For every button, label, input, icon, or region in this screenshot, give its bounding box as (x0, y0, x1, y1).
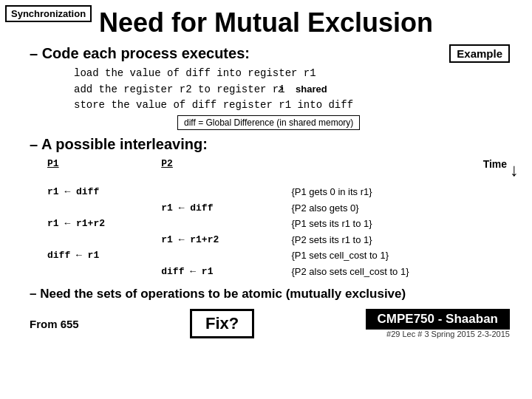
comment-cell: {P1 sets its r1 to 1} (289, 216, 476, 232)
time-arrow-icon: ↓ (510, 157, 522, 183)
p1-cell (44, 200, 158, 216)
p2-cell (158, 216, 288, 232)
code-line-2: add the register r2 to register r1 share… (74, 82, 510, 98)
code-block: load the value of diff into register r1 … (74, 66, 510, 114)
comment-header (289, 156, 476, 184)
table-row: diff ← r1{P2 also sets cell_cost to 1} (44, 264, 525, 280)
sync-badge: Synchronization (5, 5, 92, 22)
section1-heading: – Code each process executes: Example (30, 44, 510, 63)
time-cell (476, 216, 525, 232)
p1-cell: r1 ← r1+r2 (44, 216, 158, 232)
p2-cell: diff ← r1 (158, 264, 288, 280)
diff-tooltip: diff = Global Difference (in shared memo… (177, 115, 360, 130)
content-area: – Code each process executes: Example lo… (0, 44, 532, 279)
p2-cell: r1 ← diff (158, 200, 288, 216)
comment-cell: {P1 sets cell_cost to 1} (289, 248, 476, 264)
comment-cell: {P1 gets 0 in its r1} (289, 184, 476, 200)
p2-header: P2 (158, 156, 288, 184)
shared-text: shared (296, 82, 327, 97)
cmpe-box: CMPE750 - Shaaban (366, 309, 510, 330)
section1-heading-text: – Code each process executes: (30, 45, 250, 62)
time-cell (476, 232, 525, 248)
arrow-icon: ↗ (277, 81, 284, 99)
p1-cell: r1 ← diff (44, 184, 158, 200)
p1-cell (44, 264, 158, 280)
p2-cell (158, 184, 288, 200)
comment-cell: {P2 also gets 0} (289, 200, 476, 216)
need-statement-row: – Need the sets of operations to be atom… (0, 281, 532, 301)
from-label: From 655 (30, 318, 79, 330)
cmpe-container: CMPE750 - Shaaban #29 Lec # 3 Spring 201… (366, 309, 510, 338)
section2-heading: – A possible interleaving: (30, 136, 510, 153)
table-row: r1 ← r1+r2{P1 sets its r1 to 1} (44, 216, 525, 232)
time-cell (476, 200, 525, 216)
table-row: r1 ← diff{P1 gets 0 in its r1} (44, 184, 525, 200)
p1-cell: diff ← r1 (44, 248, 158, 264)
example-box: Example (449, 44, 510, 63)
p1-header: P1 (44, 156, 158, 184)
interleave-rows: r1 ← diff{P1 gets 0 in its r1}r1 ← diff{… (44, 184, 525, 279)
p2-cell: r1 ← r1+r2 (158, 232, 288, 248)
interleave-table: P1 P2 Time ↓ r1 ← diff{P1 gets 0 in its … (44, 156, 525, 279)
table-row: diff ← r1{P1 sets cell_cost to 1} (44, 248, 525, 264)
table-row: r1 ← diff{P2 also gets 0} (44, 200, 525, 216)
slide-info: #29 Lec # 3 Spring 2015 2-3-2015 (386, 330, 510, 338)
footer: From 655 Fix? CMPE750 - Shaaban #29 Lec … (0, 304, 532, 338)
table-row: r1 ← r1+r2{P2 sets its r1 to 1} (44, 232, 525, 248)
p1-cell (44, 232, 158, 248)
p2-cell (158, 248, 288, 264)
time-cell (476, 264, 525, 280)
code-line-3: store the value of diff register r1 into… (74, 98, 510, 114)
comment-cell: {P2 sets its r1 to 1} (289, 232, 476, 248)
need-statement: – Need the sets of operations to be atom… (30, 287, 406, 301)
time-cell (476, 184, 525, 200)
time-header: Time ↓ (476, 156, 525, 184)
code-line-1: load the value of diff into register r1 (74, 66, 510, 82)
time-cell (476, 248, 525, 264)
fix-box: Fix? (190, 309, 254, 338)
comment-cell: {P2 also sets cell_cost to 1} (289, 264, 476, 280)
